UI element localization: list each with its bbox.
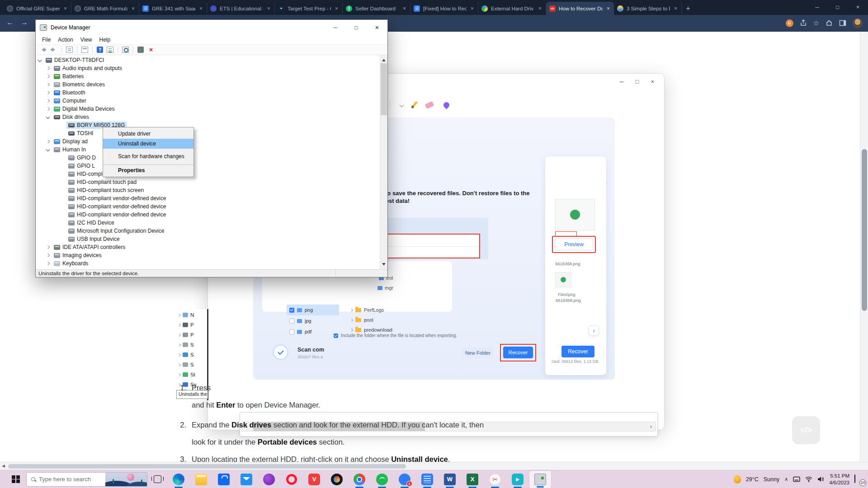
taskbar-gameloop-icon[interactable]: 1 [393,470,416,488]
tree-item[interactable]: TOSHI [36,129,380,137]
scroll-up-icon[interactable] [382,57,386,61]
tab-close-icon[interactable]: × [402,5,407,12]
tab-close-icon[interactable]: × [470,5,475,12]
scrollbar-thumb[interactable] [381,63,387,115]
tree-item[interactable]: Bluetooth [36,89,380,97]
scroll-left-icon[interactable]: ◀ [2,464,5,468]
tree-item[interactable]: Keyboards [36,259,380,267]
start-button[interactable] [5,470,26,488]
taskbar-snip-icon[interactable]: ✂ [484,470,506,488]
chevron-down-icon[interactable] [400,103,404,107]
menu-item[interactable]: View [77,36,96,44]
window-maximize-icon[interactable]: □ [346,20,367,35]
taskbar-vivaldi-icon[interactable]: V [303,470,326,488]
taskbar-chrome-icon[interactable] [348,470,371,488]
favorites-star-icon[interactable]: ☆ [813,19,819,27]
vertical-scrollbar[interactable] [860,32,868,462]
tree-item[interactable]: I2C HID Device [36,219,380,227]
tree-expander-icon[interactable] [46,107,50,111]
export-list-icon[interactable] [107,47,113,53]
tree-scrollbar[interactable] [380,55,387,269]
toolbar-separator[interactable] [61,47,62,53]
network-icon[interactable] [805,476,812,482]
sidebar-icon[interactable] [839,19,846,27]
tree-item[interactable]: HID-compliant touch pad [36,178,380,186]
tab-close-icon[interactable]: × [131,5,136,12]
tree-item[interactable]: Digital Media Devices [36,105,380,113]
tab-close-icon[interactable]: × [198,5,203,12]
browser-tab[interactable]: Official GRE Super × [4,2,71,14]
menu-item[interactable]: File [38,36,54,44]
tree-item[interactable]: GPIO D [36,154,380,162]
horizontal-scrollbar[interactable]: ◀ [0,462,868,470]
tree-item[interactable]: GPIO L [36,162,380,170]
tree-item[interactable]: USB Input Device [36,235,380,243]
tree-expander-icon[interactable] [46,99,50,103]
console-tree-icon[interactable] [66,47,73,53]
tree-item[interactable]: HID-compliant touch screen [36,186,380,194]
taskbar-davinci-icon[interactable] [326,470,348,488]
tree-item[interactable]: Biometric devices [36,80,380,89]
tree-expander-icon[interactable] [46,253,50,257]
tree-expander-icon[interactable] [46,83,50,86]
browser-tab[interactable]: GRE 341 with Saad × [139,2,207,14]
tree-expander-icon[interactable] [46,262,50,265]
window-close-icon[interactable]: × [848,0,868,15]
properties-icon[interactable] [81,47,88,53]
help-icon[interactable]: ? [97,47,103,53]
tree-expander-icon[interactable] [46,66,50,70]
update-driver-icon[interactable] [137,47,144,53]
menu-item[interactable]: Help [96,36,114,44]
extension-icon[interactable]: G [786,19,793,27]
browser-tab[interactable]: ETS | Educational R × [207,2,275,14]
context-menu-item[interactable]: Uninstall device [103,139,193,149]
scrollbar-thumb[interactable] [8,464,406,469]
extensions-icon[interactable] [826,19,833,27]
weather-icon[interactable] [734,475,741,483]
tab-close-icon[interactable]: × [538,5,542,12]
browser-tab[interactable]: » Target Test Prep - C × [275,2,343,14]
tree-expander-icon[interactable] [46,245,50,249]
tree-expander-icon[interactable] [38,58,42,62]
tree-item[interactable]: Audio inputs and outputs [36,64,380,72]
bing-daily-image[interactable] [105,473,147,486]
taskbar-movie-icon[interactable]: ▶ [506,470,529,488]
share-icon[interactable] [800,19,807,27]
profile-avatar[interactable] [853,18,863,28]
taskbar-devicemanager-icon[interactable] [529,470,552,488]
new-tab-button[interactable]: + [682,2,694,14]
scroll-right-icon[interactable]: › [646,423,656,430]
notification-center-button[interactable]: 24 [854,475,863,484]
taskbar-office-icon[interactable] [258,470,280,488]
tree-item[interactable]: Computer [36,97,380,105]
volume-icon[interactable] [817,476,824,482]
tree-item[interactable]: HID-compliant vendor-defined device [36,202,380,211]
tree-expander-icon[interactable] [46,140,50,143]
taskbar-clock[interactable]: 5:51 PM 4/6/2023 [829,473,849,486]
menu-item[interactable]: Action [54,36,76,44]
tree-item[interactable]: Human In [36,145,380,154]
tree-item[interactable]: Display ad [36,137,380,145]
tree-expander-icon[interactable] [46,148,50,151]
tree-item[interactable]: Batteries [36,72,380,80]
tree-expander-icon[interactable] [46,91,50,94]
tab-close-icon[interactable]: × [673,5,678,12]
toolbar-separator[interactable] [77,47,77,53]
taskbar-opera-icon[interactable] [280,470,303,488]
back-icon[interactable] [39,46,47,53]
tree-item[interactable]: IDE ATA/ATAPI controllers [36,243,380,251]
tree-item[interactable]: HID-compliant device [36,170,380,178]
pencil-icon[interactable] [411,101,418,108]
uninstall-device-icon[interactable]: × [147,46,155,53]
touch-keyboard-icon[interactable] [793,476,800,482]
browser-tab[interactable]: [Fixed] How to Rec × [410,2,478,14]
tab-close-icon[interactable]: × [606,5,611,12]
browser-tab[interactable]: GRE Math Formula × [71,2,139,14]
device-manager-titlebar[interactable]: Device Manager ─ □ × [36,20,387,35]
hidden-icons-chevron[interactable]: ∧ [784,476,788,482]
forward-icon[interactable]: → [21,19,28,27]
task-view-button[interactable] [147,470,167,488]
back-icon[interactable]: ← [6,19,14,27]
toolbar-separator[interactable] [133,47,133,53]
tree-expander-icon[interactable] [46,75,50,78]
